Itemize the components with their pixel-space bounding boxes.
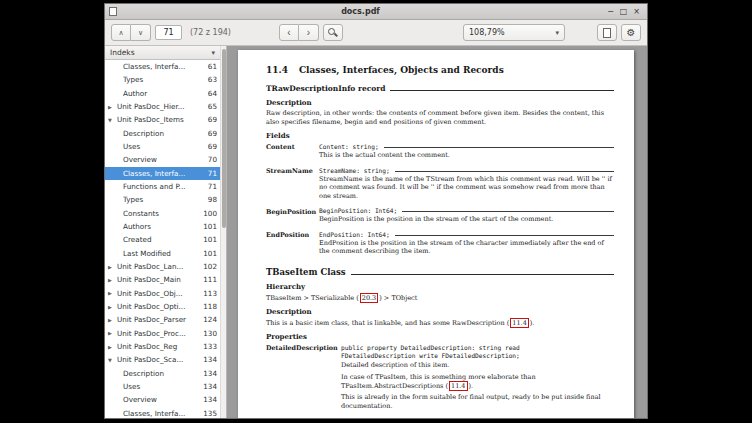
toc-item[interactable]: ▶ Unit PasDoc_Lan... 102: [105, 260, 220, 273]
section-link[interactable]: 20.3: [360, 293, 378, 303]
toc-item[interactable]: ▶ Unit PasDoc_Reg 133: [105, 340, 220, 353]
toc-item-page: 113: [203, 289, 217, 298]
text-run: ).: [530, 319, 535, 327]
scrollbar-thumb[interactable]: [222, 49, 226, 228]
field-name: EndPosition: [266, 231, 319, 259]
history-nav-group: ‹ ›: [279, 24, 319, 41]
expander-icon[interactable]: ▶: [108, 304, 117, 310]
rule-line: [402, 211, 614, 212]
toc-item[interactable]: Constants 100: [105, 207, 220, 220]
field-declaration-row: EndPosition: Int64;: [319, 231, 614, 238]
toc-item[interactable]: Overview 70: [105, 153, 220, 166]
section-link[interactable]: 11.4: [449, 381, 467, 391]
toc-item-label: Authors: [123, 222, 200, 231]
field-declaration: BeginPosition: Int64;: [319, 207, 397, 214]
next-page-button[interactable]: ∨: [131, 24, 151, 41]
toc-item-page: 69: [208, 142, 217, 151]
field-body: Content: string; This is the actual cont…: [319, 143, 614, 163]
toc-item-page: 98: [208, 195, 217, 204]
toc-item-page: 101: [203, 235, 217, 244]
minimize-button[interactable]: −: [604, 5, 617, 19]
field-declaration: EndPosition: Int64;: [319, 231, 390, 238]
chevron-down-icon: ∨: [138, 29, 143, 37]
toc-item[interactable]: Last Modified 101: [105, 247, 220, 260]
table-of-contents: Classes, Interfa... 61 Types 63 Author 6…: [105, 60, 220, 418]
expander-icon[interactable]: ▶: [108, 277, 117, 283]
toc-item[interactable]: Author 64: [105, 87, 220, 100]
section-heading: 11.4Classes, Interfaces, Objects and Rec…: [266, 65, 614, 76]
close-button[interactable]: ×: [630, 5, 643, 19]
toc-item-page: 133: [203, 342, 217, 351]
window-content: Indeks ▾ Classes, Interfa... 61 Types 63…: [105, 46, 647, 418]
settings-button[interactable]: ⚙: [621, 24, 641, 41]
expander-icon[interactable]: ▶: [108, 317, 117, 323]
sidebar-scrollbar[interactable]: [220, 46, 227, 418]
field-body: BeginPosition: Int64; BeginPosition is t…: [319, 207, 614, 227]
toc-item[interactable]: Created 101: [105, 233, 220, 246]
field-description: BeginPosition is the position in the str…: [319, 215, 614, 224]
toc-item[interactable]: ▼ Unit PasDoc_Sca... 134: [105, 353, 220, 366]
toc-item-page: 69: [208, 129, 217, 138]
page-view-button[interactable]: [597, 24, 617, 41]
field-name: BeginPosition: [266, 207, 319, 227]
toc-item[interactable]: ▶ Unit PasDoc_Main 111: [105, 273, 220, 286]
expander-icon[interactable]: ▶: [108, 264, 117, 270]
toc-item-page: 101: [203, 249, 217, 258]
window-menu-icon[interactable]: [109, 7, 117, 16]
toc-item[interactable]: ▶ Unit PasDoc_Parser 124: [105, 313, 220, 326]
toc-item[interactable]: Types 63: [105, 73, 220, 86]
field-entry: Content Content: string; This is the act…: [266, 143, 614, 163]
expander-icon[interactable]: ▶: [108, 290, 117, 296]
expander-icon[interactable]: ▼: [108, 117, 117, 123]
field-entry: EndPosition EndPosition: Int64; EndPosit…: [266, 231, 614, 259]
toc-item[interactable]: Classes, Interfa... 135: [105, 407, 220, 418]
page-number-input[interactable]: [155, 25, 182, 40]
toc-item[interactable]: Description 69: [105, 127, 220, 140]
toc-item-label: Unit PasDoc_Sca...: [117, 355, 200, 364]
field-declaration-row: Content: string;: [319, 143, 614, 150]
toc-item[interactable]: ▶ Unit PasDoc_Hier... 65: [105, 100, 220, 113]
toc-item-page: 100: [203, 209, 217, 218]
history-forward-button[interactable]: ›: [299, 24, 319, 41]
toc-item[interactable]: Types 98: [105, 193, 220, 206]
toc-item-page: 65: [208, 102, 217, 111]
document-view[interactable]: 11.4Classes, Interfaces, Objects and Rec…: [227, 46, 647, 418]
property-entry: DetailedDescription public property Deta…: [266, 344, 614, 414]
property-description: Detailed description of this item.: [341, 361, 614, 370]
expander-icon[interactable]: ▶: [108, 344, 117, 350]
zoom-selector[interactable]: 108,79% ▾: [463, 24, 565, 41]
fields-list: Content Content: string; This is the act…: [266, 143, 614, 259]
expander-icon[interactable]: ▼: [108, 357, 117, 363]
toc-item-page: 118: [203, 302, 217, 311]
toc-item-label: Functions and P...: [123, 182, 205, 191]
toc-item[interactable]: Authors 101: [105, 220, 220, 233]
rule-line: [390, 90, 614, 91]
toc-item[interactable]: ▼ Unit PasDoc_Items 69: [105, 113, 220, 126]
toc-item[interactable]: ▶ Unit PasDoc_Obj... 113: [105, 287, 220, 300]
toc-item[interactable]: Uses 134: [105, 380, 220, 393]
toc-item[interactable]: Classes, Interfa... 71: [105, 167, 220, 180]
sidebar-mode-dropdown[interactable]: Indeks ▾: [105, 46, 220, 60]
toc-item[interactable]: Uses 69: [105, 140, 220, 153]
maximize-button[interactable]: □: [617, 5, 630, 19]
expander-icon[interactable]: ▶: [108, 104, 117, 110]
section-link[interactable]: 11.4: [510, 318, 528, 328]
toc-item[interactable]: Overview 134: [105, 393, 220, 406]
toc-item[interactable]: Classes, Interfa... 61: [105, 60, 220, 73]
toc-item[interactable]: Description 134: [105, 367, 220, 380]
previous-page-button[interactable]: ∧: [111, 24, 131, 41]
toc-item[interactable]: ▶ Unit PasDoc_Proc... 130: [105, 327, 220, 340]
history-back-button[interactable]: ‹: [279, 24, 299, 41]
toc-item-label: Unit PasDoc_Items: [117, 115, 205, 124]
field-declaration: StreamName: string;: [319, 167, 390, 174]
toc-item[interactable]: Functions and P... 71: [105, 180, 220, 193]
field-description: StreamName is the name of the TStream fr…: [319, 175, 614, 201]
property-description: In case of TPasItem, this is something m…: [341, 373, 614, 390]
toc-item[interactable]: ▶ Unit PasDoc_Opti... 118: [105, 300, 220, 313]
toc-item-label: Overview: [123, 155, 205, 164]
toc-item-label: Unit PasDoc_Obj...: [117, 289, 200, 298]
search-button[interactable]: [323, 24, 343, 41]
sidebar: Indeks ▾ Classes, Interfa... 61 Types 63…: [105, 46, 220, 418]
expander-icon[interactable]: ▶: [108, 330, 117, 336]
toc-item-label: Uses: [123, 142, 205, 151]
